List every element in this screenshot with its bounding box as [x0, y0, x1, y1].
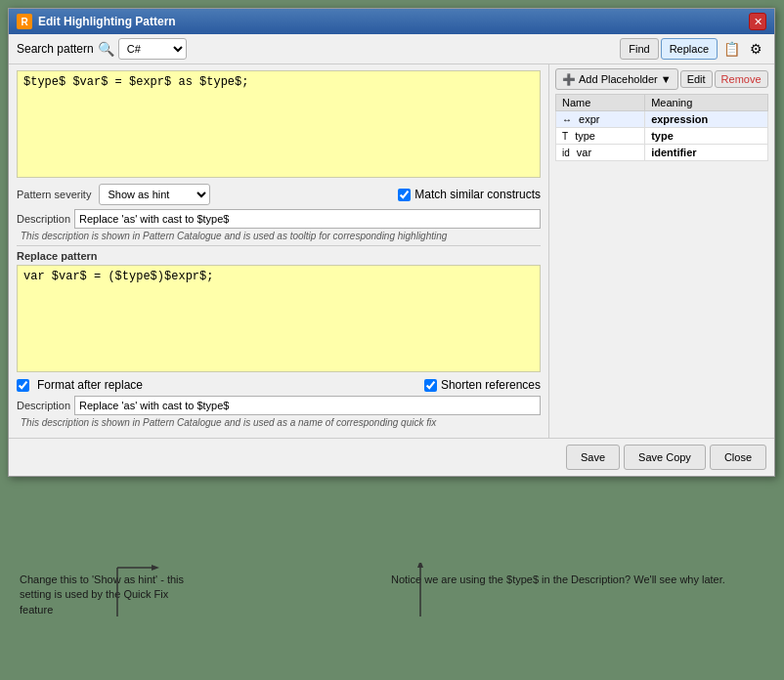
search-pattern-editor[interactable]: $type$ $var$ = $expr$ as $type$; [17, 70, 541, 178]
ph-name: var [577, 147, 591, 158]
description-search-row: Description [17, 209, 541, 229]
search-code-text: $type$ $var$ = $expr$ as $type$; [23, 75, 248, 89]
desc-replace-hint: This description is shown in Pattern Cat… [17, 417, 541, 428]
desc-search-hint: This description is shown in Pattern Cat… [17, 231, 541, 241]
annotation-area: Change this to 'Show as hint' - this set… [0, 563, 784, 680]
add-placeholder-label: Add Placeholder [579, 73, 658, 85]
severity-select[interactable]: Show as hint Show as warning Show as err… [99, 184, 210, 205]
right-panel: ➕ Add Placeholder ▼ Edit Remove Name Mea… [549, 64, 774, 438]
ph-name-cell: id var [556, 145, 645, 161]
title-bar: R Edit Highlighting Pattern ✕ [9, 9, 774, 34]
match-similar-row: Match similar constructs [398, 188, 541, 201]
find-btn[interactable]: Find [620, 38, 658, 60]
placeholder-table: Name Meaning ↔ expr expression T type ty… [555, 94, 768, 161]
format-label: Format after replace [37, 378, 143, 392]
add-placeholder-icon: ➕ [562, 73, 576, 86]
title-bar-left: R Edit Highlighting Pattern [17, 14, 176, 29]
replace-btn[interactable]: Replace [661, 38, 718, 60]
save-btn[interactable]: Save [566, 445, 620, 470]
replace-pattern-editor[interactable]: var $var$ = ($type$)$expr$; [17, 265, 541, 372]
window-title: Edit Highlighting Pattern [38, 15, 176, 28]
bottom-bar: Save Save Copy Close [9, 438, 774, 476]
settings-btn[interactable]: ⚙ [746, 39, 766, 59]
close-window-btn[interactable]: ✕ [749, 13, 766, 30]
copy-btn[interactable]: 📋 [719, 39, 744, 59]
placeholder-toolbar: ➕ Add Placeholder ▼ Edit Remove [555, 68, 768, 90]
shorten-checkbox[interactable] [424, 379, 437, 392]
ph-icon: T [562, 131, 568, 142]
svg-marker-4 [417, 563, 423, 568]
desc-replace-label: Description [17, 400, 70, 411]
annotation-left: Change this to 'Show as hint' - this set… [20, 573, 196, 617]
ph-name: expr [579, 113, 599, 125]
add-placeholder-arrow: ▼ [661, 73, 672, 85]
toolbar: Search pattern 🔍 C# Java VB.NET Find Rep… [9, 34, 774, 64]
search-icon: 🔍 [98, 41, 114, 57]
replace-code-text: var $var$ = ($type$)$expr$; [23, 270, 213, 283]
ph-icon: id [562, 148, 570, 158]
ph-name: type [575, 130, 595, 142]
ph-meaning-cell: expression [645, 111, 768, 128]
svg-marker-2 [152, 565, 159, 571]
ph-table-row[interactable]: id var identifier [556, 145, 768, 161]
edit-ph-label: Edit [687, 73, 706, 85]
ph-meaning-header: Meaning [645, 95, 768, 111]
ph-meaning-cell: type [645, 128, 768, 145]
match-similar-checkbox[interactable] [398, 189, 411, 201]
ph-name-cell: ↔ expr [556, 111, 645, 128]
shorten-row: Shorten references [424, 378, 541, 392]
toolbar-right: Find Replace 📋 ⚙ [620, 38, 766, 60]
add-placeholder-btn[interactable]: ➕ Add Placeholder ▼ [555, 68, 678, 90]
window-icon: R [17, 14, 32, 29]
desc-search-input[interactable] [74, 209, 541, 229]
main-window: R Edit Highlighting Pattern ✕ Search pat… [8, 8, 775, 477]
remove-ph-btn[interactable]: Remove [715, 70, 768, 88]
ph-table-row[interactable]: ↔ expr expression [556, 111, 768, 128]
shorten-label: Shorten references [441, 378, 541, 392]
format-checkbox[interactable] [17, 379, 29, 392]
annotation-right: Notice we are using the $type$ in the De… [391, 573, 725, 587]
remove-ph-label: Remove [721, 73, 762, 85]
ph-table-row[interactable]: T type type [556, 128, 768, 145]
search-pattern-label: Search pattern [17, 42, 94, 56]
severity-label: Pattern severity [17, 189, 91, 200]
left-panel: $type$ $var$ = $expr$ as $type$; Pattern… [9, 64, 549, 438]
replace-pattern-label: Replace pattern [17, 250, 541, 262]
ph-icon: ↔ [562, 114, 572, 125]
language-select[interactable]: C# Java VB.NET [118, 38, 187, 60]
edit-ph-btn[interactable]: Edit [680, 70, 713, 88]
description-replace-row: Description [17, 396, 541, 415]
ph-meaning-cell: identifier [645, 145, 768, 161]
toolbar-left: Search pattern 🔍 C# Java VB.NET [17, 38, 187, 60]
desc-search-label: Description [17, 213, 70, 225]
format-row: Format after replace Shorten references [17, 378, 541, 392]
severity-row: Pattern severity Show as hint Show as wa… [17, 184, 541, 205]
close-btn[interactable]: Close [710, 445, 766, 470]
save-copy-btn[interactable]: Save Copy [624, 445, 706, 470]
match-similar-label: Match similar constructs [414, 188, 541, 201]
ph-name-header: Name [556, 95, 645, 111]
ph-name-cell: T type [556, 128, 645, 145]
desc-replace-input[interactable] [74, 396, 541, 415]
main-content: $type$ $var$ = $expr$ as $type$; Pattern… [9, 64, 774, 438]
